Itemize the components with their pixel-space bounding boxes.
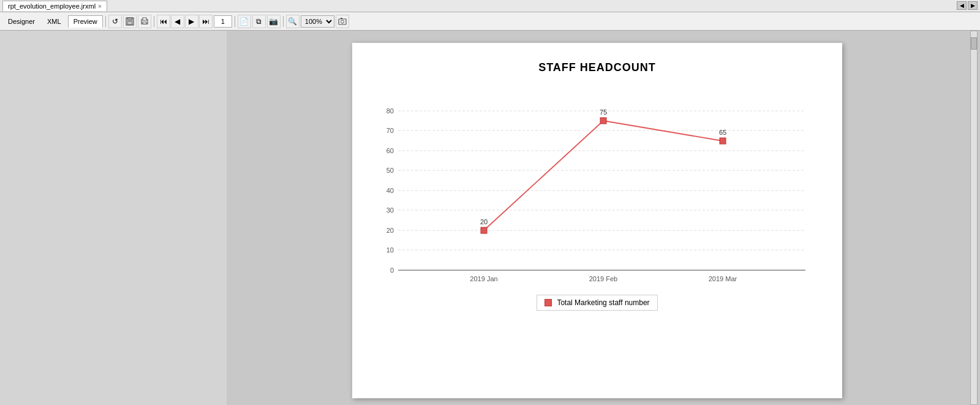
tab-preview[interactable]: Preview [68,15,103,28]
svg-point-7 [341,20,344,23]
export-btn[interactable]: 📷 [267,15,281,28]
svg-rect-33 [720,138,726,144]
nav-next-btn[interactable]: ▶ [185,15,198,28]
legend-label: Total Marketing staff number [557,298,649,307]
svg-text:70: 70 [386,127,394,134]
svg-text:60: 60 [386,147,394,154]
report-page: STAFF HEADCOUNT [352,43,842,398]
window-back-btn[interactable]: ◀ [957,1,967,10]
title-bar: rpt_evolution_employee.jrxml × ◀ ▶ [0,0,980,12]
scrollbar-track[interactable] [970,31,978,405]
toolbar: Designer XML Preview ↺ ⏮ ◀ ▶ ⏭ 📄 ⧉ 📷 🔍 1… [0,12,980,31]
right-panel [968,31,980,405]
toolbar-separator-1 [105,16,106,27]
nav-controls: ⏮ ◀ ▶ ⏭ [157,15,213,28]
content-area: STAFF HEADCOUNT [227,31,968,405]
nav-last-btn[interactable]: ⏭ [199,15,213,28]
window-forward-btn[interactable]: ▶ [968,1,978,10]
save-btn[interactable] [123,15,137,28]
svg-text:0: 0 [390,267,394,274]
tab-xml[interactable]: XML [42,15,67,28]
toolbar-separator-2 [154,16,154,27]
svg-rect-31 [481,227,487,233]
print-btn[interactable] [138,15,151,28]
svg-text:80: 80 [386,107,394,115]
svg-text:40: 40 [386,187,394,194]
save-icon [126,17,134,26]
camera-icon [338,17,347,26]
chart-legend: Total Marketing staff number [364,295,830,311]
tab-designer[interactable]: Designer [2,15,40,28]
nav-first-btn[interactable]: ⏮ [157,15,170,28]
scrollbar-thumb[interactable] [971,37,977,50]
svg-rect-1 [127,18,132,20]
zoom-in-btn[interactable] [336,15,349,28]
chart-container: 0 10 20 30 40 50 60 70 80 2019 Jan 2019 … [364,93,830,282]
svg-rect-8 [341,18,342,19]
svg-text:30: 30 [386,206,394,214]
main-area: STAFF HEADCOUNT [0,31,980,405]
svg-text:2019 Mar: 2019 Mar [709,275,737,282]
zoom-select[interactable]: 100% 75% 125% 150% [301,15,334,28]
line-chart: 0 10 20 30 40 50 60 70 80 2019 Jan 2019 … [364,93,818,282]
left-panel [0,31,227,405]
window-controls: ◀ ▶ [957,1,978,10]
svg-text:20: 20 [480,218,488,225]
svg-text:10: 10 [386,246,394,254]
svg-text:65: 65 [719,129,726,136]
file-tab[interactable]: rpt_evolution_employee.jrxml × [2,1,107,11]
refresh-btn[interactable]: ↺ [108,15,122,28]
svg-rect-5 [143,22,146,24]
svg-rect-32 [600,118,606,124]
svg-text:2019 Feb: 2019 Feb [589,275,617,282]
svg-rect-4 [143,18,146,20]
zoom-out-btn[interactable]: 🔍 [286,15,300,28]
legend-color-marker [545,299,552,306]
toolbar-separator-4 [283,16,284,27]
svg-text:50: 50 [386,167,394,174]
report-title: STAFF HEADCOUNT [364,61,830,74]
svg-text:20: 20 [386,227,394,234]
copy-btn[interactable]: ⧉ [252,15,266,28]
legend-item: Total Marketing staff number [537,295,657,311]
svg-text:2019 Jan: 2019 Jan [470,275,497,282]
svg-rect-2 [127,21,132,25]
new-page-btn[interactable]: 📄 [238,15,251,28]
nav-prev-btn[interactable]: ◀ [171,15,184,28]
filename-label: rpt_evolution_employee.jrxml [8,2,96,10]
svg-text:75: 75 [600,108,607,116]
svg-rect-6 [339,19,346,25]
print-icon [140,17,149,26]
tab-close-icon[interactable]: × [98,3,102,10]
page-number-input[interactable] [214,15,232,28]
toolbar-separator-3 [235,16,235,27]
